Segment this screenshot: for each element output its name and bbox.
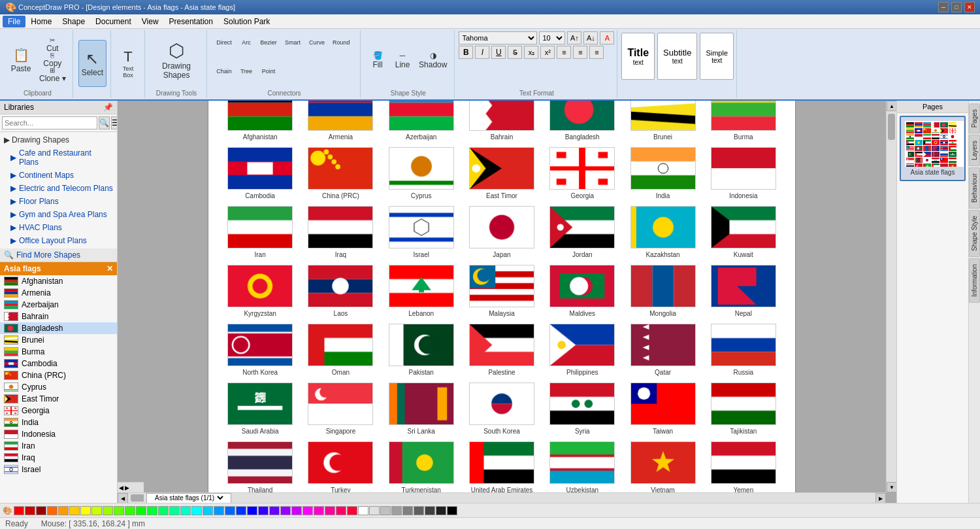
flag-item-east_timor[interactable]: East Timor bbox=[463, 147, 540, 199]
color-swatch[interactable] bbox=[325, 506, 335, 515]
menu-shape[interactable]: Shape bbox=[57, 16, 90, 27]
cut-button[interactable]: ✂ Cut bbox=[37, 38, 69, 52]
align-left-button[interactable]: ≡ bbox=[557, 46, 571, 59]
flag-item-kuwait[interactable]: Kuwait bbox=[705, 206, 782, 258]
window-controls[interactable]: ─ □ ✕ bbox=[938, 2, 975, 12]
shrink-font-button[interactable]: A↓ bbox=[583, 31, 598, 44]
chain-button[interactable]: Chain bbox=[212, 60, 236, 82]
sidebar-flag-bangladesh[interactable]: Bangladesh bbox=[0, 322, 117, 334]
flag-item-kazakhstan[interactable]: Kazakhstan bbox=[624, 206, 701, 258]
color-swatch[interactable] bbox=[36, 506, 46, 515]
color-swatch[interactable] bbox=[203, 506, 213, 515]
flag-item-afghanistan[interactable]: Afghanistan bbox=[221, 101, 299, 141]
flag-item-india[interactable]: India bbox=[624, 147, 701, 199]
flag-item-pakistan[interactable]: Pakistan bbox=[383, 324, 460, 376]
sidebar-flag-cyprus[interactable]: Cyprus bbox=[0, 381, 117, 393]
sidebar-flag-china_(prc)[interactable]: China (PRC) bbox=[0, 369, 117, 381]
close-asia-flags-button[interactable]: ✕ bbox=[106, 264, 113, 273]
flag-item-singapore[interactable]: Singapore bbox=[302, 383, 379, 435]
flag-item-jordan[interactable]: Jordan bbox=[544, 206, 621, 258]
color-swatch[interactable] bbox=[314, 506, 324, 515]
tab-shape-style[interactable]: Shape Style bbox=[969, 210, 980, 257]
flag-item-indonesia[interactable]: Indonesia bbox=[705, 147, 782, 199]
color-swatch[interactable] bbox=[414, 506, 424, 515]
library-item-electric[interactable]: ▶ Electric and Telecom Plans bbox=[0, 182, 117, 195]
color-swatch[interactable] bbox=[347, 506, 357, 515]
direct-button[interactable]: Direct bbox=[212, 31, 236, 54]
find-more-shapes-button[interactable]: 🔍 Find More Shapes bbox=[0, 248, 117, 262]
sidebar-flag-brunei[interactable]: Brunei bbox=[0, 334, 117, 346]
color-swatch[interactable] bbox=[58, 506, 69, 515]
scroll-left-button[interactable]: ◀ bbox=[118, 493, 128, 503]
curve-button[interactable]: Curve bbox=[305, 31, 329, 54]
flag-item-tajikistan[interactable]: Tajikistan bbox=[705, 383, 782, 435]
page-tab[interactable]: Asia state flags (1/1) bbox=[146, 493, 231, 503]
color-swatch[interactable] bbox=[14, 506, 24, 515]
color-swatch[interactable] bbox=[247, 506, 257, 515]
color-swatch[interactable] bbox=[358, 506, 368, 515]
page-thumbnail-1[interactable]: Asia state flags bbox=[900, 116, 966, 181]
color-swatch[interactable] bbox=[302, 506, 313, 515]
round-button[interactable]: Round bbox=[329, 31, 353, 54]
color-swatch[interactable] bbox=[103, 506, 113, 515]
library-item-continent[interactable]: ▶ Continent Maps bbox=[0, 169, 117, 182]
color-swatch[interactable] bbox=[47, 506, 57, 515]
library-item-cafe[interactable]: ▶ Cafe and Restaurant Plans bbox=[0, 146, 117, 169]
color-swatch[interactable] bbox=[280, 506, 291, 515]
clone-button[interactable]: ⊞ Clone ▾ bbox=[37, 68, 69, 82]
color-swatch[interactable] bbox=[114, 506, 124, 515]
flag-item-cambodia[interactable]: Cambodia bbox=[221, 147, 299, 199]
color-swatch[interactable] bbox=[391, 506, 402, 515]
flag-item-burma[interactable]: Burma bbox=[705, 101, 782, 141]
color-swatch[interactable] bbox=[225, 506, 235, 515]
menu-solution-park[interactable]: Solution Park bbox=[218, 16, 275, 27]
italic-button[interactable]: I bbox=[475, 46, 489, 59]
flag-item-bangladesh[interactable]: Bangladesh bbox=[544, 101, 621, 141]
line-button[interactable]: ─ Line bbox=[391, 49, 414, 71]
color-swatch[interactable] bbox=[25, 506, 35, 515]
drawing-shapes-button[interactable]: ⬡ Drawing Shapes bbox=[150, 37, 203, 84]
title-text-button[interactable]: Title text bbox=[621, 33, 655, 80]
flag-item-yemen[interactable]: Yemen bbox=[705, 441, 782, 493]
sidebar-flag-armenia[interactable]: Armenia bbox=[0, 287, 117, 299]
close-button[interactable]: ✕ bbox=[964, 2, 975, 12]
sidebar-flag-iraq[interactable]: Iraq bbox=[0, 452, 117, 464]
bezier-button[interactable]: Bezier bbox=[257, 31, 280, 54]
smart-button[interactable]: Smart bbox=[281, 31, 304, 54]
flag-item-oman[interactable]: Oman bbox=[302, 324, 379, 376]
flag-item-palestine[interactable]: Palestine bbox=[463, 324, 540, 376]
color-swatch[interactable] bbox=[236, 506, 246, 515]
menu-home[interactable]: Home bbox=[25, 16, 57, 27]
color-swatch[interactable] bbox=[136, 506, 146, 515]
menu-file[interactable]: File bbox=[3, 16, 25, 27]
sidebar-flag-east_timor[interactable]: East Timor bbox=[0, 393, 117, 405]
color-swatch[interactable] bbox=[214, 506, 224, 515]
page-selector[interactable]: Asia state flags (1/1) bbox=[152, 494, 225, 502]
tab-information[interactable]: Information bbox=[969, 258, 980, 303]
library-item-office[interactable]: ▶ Office Layout Plans bbox=[0, 234, 117, 247]
sidebar-flag-israel[interactable]: Israel bbox=[0, 464, 117, 475]
library-item-hvac[interactable]: ▶ HVAC Plans bbox=[0, 221, 117, 234]
color-swatch[interactable] bbox=[191, 506, 202, 515]
underline-button[interactable]: U bbox=[491, 46, 506, 59]
flag-item-armenia[interactable]: Armenia bbox=[302, 101, 379, 141]
flag-item-taiwan[interactable]: Taiwan bbox=[624, 383, 701, 435]
textbox-button[interactable]: T Text Box bbox=[116, 40, 140, 87]
sidebar-flag-indonesia[interactable]: Indonesia bbox=[0, 428, 117, 440]
subtitle-text-button[interactable]: Subtitle text bbox=[657, 33, 697, 80]
flag-item-malaysia[interactable]: Malaysia bbox=[463, 265, 540, 317]
shadow-button[interactable]: ◑ Shadow bbox=[416, 49, 450, 71]
menu-document[interactable]: Document bbox=[90, 16, 137, 27]
menu-view[interactable]: View bbox=[137, 16, 164, 27]
tab-behaviour[interactable]: Behaviour bbox=[969, 167, 980, 209]
flag-item-qatar[interactable]: Qatar bbox=[624, 324, 701, 376]
color-swatch[interactable] bbox=[291, 506, 302, 515]
flag-item-china_(prc)[interactable]: China (PRC) bbox=[302, 147, 379, 199]
page-nav-next[interactable]: ▶ bbox=[125, 485, 129, 491]
sidebar-flag-afghanistan[interactable]: Afghanistan bbox=[0, 275, 117, 287]
color-swatch[interactable] bbox=[125, 506, 135, 515]
bold-button[interactable]: B bbox=[459, 46, 473, 59]
menu-presentation[interactable]: Presentation bbox=[164, 16, 218, 27]
flag-item-brunei[interactable]: Brunei bbox=[624, 101, 701, 141]
sidebar-flag-iran[interactable]: Iran bbox=[0, 440, 117, 452]
